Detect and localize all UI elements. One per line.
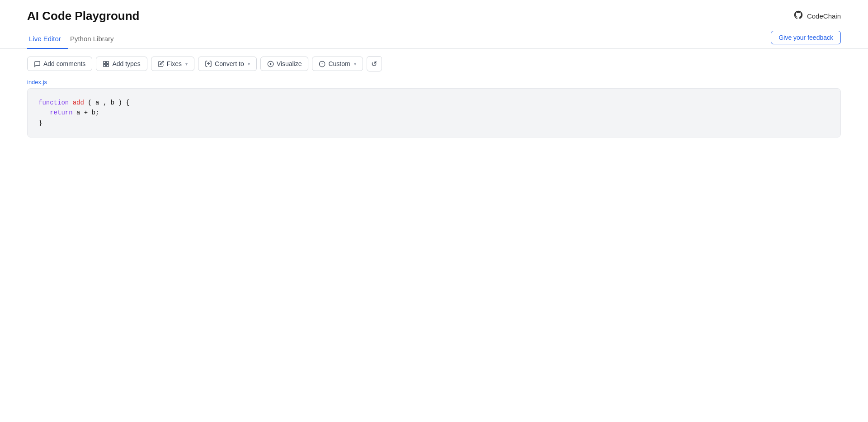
tabs: Live Editor Python Library [27,30,121,48]
custom-icon [319,61,326,67]
codechain-link[interactable]: CodeChain [793,10,841,22]
codechain-label: CodeChain [807,12,841,20]
types-icon [103,61,109,67]
svg-rect-0 [104,61,105,63]
code-line-2: return a + b; [38,108,830,118]
code-line-3: } [38,118,830,128]
fixes-chevron-icon: ▾ [185,62,188,66]
add-comments-button[interactable]: Add comments [27,57,92,71]
tabs-bar: Live Editor Python Library Give your fee… [0,30,868,49]
fix-icon [158,61,164,67]
code-section: index.js function add ( a , b ) { return… [0,79,868,138]
app-title: AI Code Playground [27,9,139,23]
convert-chevron-icon: ▾ [248,62,250,66]
custom-chevron-icon: ▾ [354,62,356,66]
header: AI Code Playground CodeChain [0,0,868,23]
svg-rect-2 [104,64,105,66]
code-line-1: function add ( a , b ) { [38,98,830,108]
svg-rect-1 [107,61,108,63]
svg-rect-3 [107,64,108,66]
undo-button[interactable]: ↺ [367,56,382,71]
github-icon [793,10,803,22]
toolbar: Add comments Add types Fixes ▾ Convert t… [0,49,868,79]
undo-icon: ↺ [371,60,377,68]
custom-button[interactable]: Custom ▾ [312,57,363,71]
visualize-button[interactable]: Visualize [260,57,309,71]
tab-python-library[interactable]: Python Library [68,30,121,49]
add-types-button[interactable]: Add types [96,57,147,71]
file-label: index.js [27,79,841,85]
comment-icon [34,61,41,67]
convert-icon [205,60,212,67]
give-feedback-button[interactable]: Give your feedback [771,31,841,44]
tab-live-editor[interactable]: Live Editor [27,30,68,49]
code-editor[interactable]: function add ( a , b ) { return a + b; } [27,88,841,138]
convert-to-button[interactable]: Convert to ▾ [198,57,257,71]
fixes-button[interactable]: Fixes ▾ [151,57,194,71]
visualize-icon [267,61,274,67]
